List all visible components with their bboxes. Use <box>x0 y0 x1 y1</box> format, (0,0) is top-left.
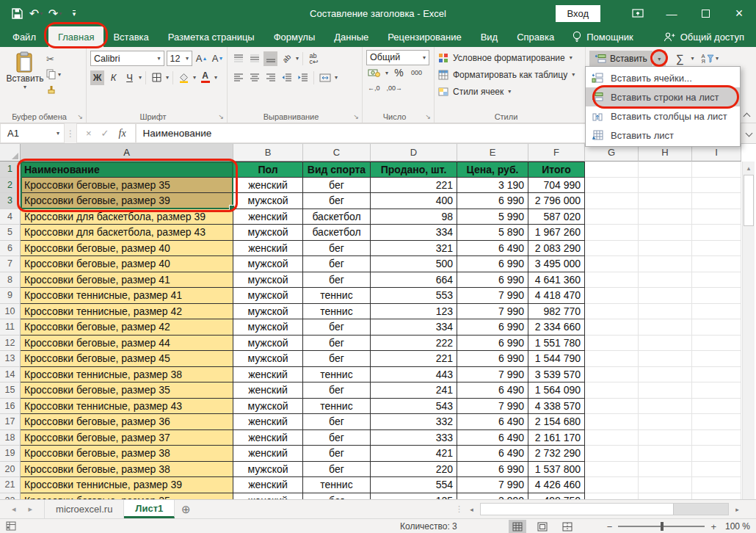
decrease-decimal-icon[interactable]: ,00→ <box>385 81 404 95</box>
cell-F7[interactable]: 3 495 000 <box>528 256 585 272</box>
cell-G19[interactable] <box>585 446 639 462</box>
cell-D22[interactable]: 125 <box>371 493 457 500</box>
shrink-font-button[interactable]: А▼ <box>211 51 225 66</box>
cell-B19[interactable]: женский <box>233 446 303 462</box>
cell-E5[interactable]: 5 890 <box>457 225 528 241</box>
close-button[interactable]: × <box>722 0 756 26</box>
cell-C17[interactable]: бег <box>303 414 371 430</box>
zoom-in-icon[interactable]: + <box>710 521 716 532</box>
cell-A19[interactable]: Кроссовки беговые, размер 38 <box>21 446 233 462</box>
cell-A9[interactable]: Кроссовки теннисные, размер 41 <box>21 288 233 304</box>
cell-C9[interactable]: теннис <box>303 288 371 304</box>
name-box[interactable]: A1 ▾ <box>0 123 65 143</box>
share-button[interactable]: Общий доступ <box>651 26 756 47</box>
cell-I9[interactable] <box>692 288 741 304</box>
cell-E14[interactable]: 7 990 <box>457 367 528 383</box>
cell-I20[interactable] <box>692 462 741 478</box>
cell-F22[interactable]: 498 750 <box>528 493 585 500</box>
cell-I15[interactable] <box>692 382 741 399</box>
cell-H4[interactable] <box>639 209 692 225</box>
fill-color-button[interactable] <box>177 70 191 85</box>
row-header-14[interactable]: 14 <box>0 367 21 383</box>
cell-B14[interactable]: женский <box>233 367 303 383</box>
row-header-4[interactable]: 4 <box>0 209 21 225</box>
cell-I3[interactable] <box>692 193 741 209</box>
tab-Разметка страницы[interactable]: Разметка страницы <box>159 26 264 47</box>
cell-F16[interactable]: 4 338 570 <box>528 399 585 415</box>
cell-C1[interactable]: Вид спорта <box>303 162 371 178</box>
cell-C16[interactable]: теннис <box>303 399 371 415</box>
row-header-16[interactable]: 16 <box>0 399 21 415</box>
cell-D16[interactable]: 543 <box>371 399 457 415</box>
insert-function-icon[interactable]: fx <box>119 128 126 139</box>
cell-A17[interactable]: Кроссовки беговые, размер 36 <box>21 414 233 430</box>
select-all-corner[interactable] <box>0 144 21 162</box>
cell-F9[interactable]: 4 418 470 <box>528 288 585 304</box>
tab-Вид[interactable]: Вид <box>471 26 508 47</box>
row-header-8[interactable]: 8 <box>0 272 21 289</box>
cell-F20[interactable]: 1 537 800 <box>528 462 585 478</box>
cell-B7[interactable]: мужской <box>233 256 303 272</box>
number-dialog-launcher-icon[interactable]: ↘ <box>425 113 431 120</box>
cell-I17[interactable] <box>692 414 741 430</box>
percent-style-button[interactable]: % <box>392 65 406 80</box>
cell-E9[interactable]: 7 990 <box>457 288 528 304</box>
cell-C3[interactable]: бег <box>303 193 371 209</box>
cell-D8[interactable]: 664 <box>371 272 457 289</box>
cell-D13[interactable]: 221 <box>371 351 457 367</box>
cell-D7[interactable]: 500 <box>371 256 457 272</box>
cell-D2[interactable]: 221 <box>371 178 457 194</box>
cell-F1[interactable]: Итого <box>528 162 585 178</box>
conditional-formatting-button[interactable]: Условное форматирование▾ <box>438 51 583 65</box>
cell-I16[interactable] <box>692 399 741 415</box>
menu-item-insert-sheet[interactable]: Вставить лист <box>586 126 740 145</box>
cell-D12[interactable]: 222 <box>371 336 457 352</box>
vertical-scrollbar[interactable]: ▴ <box>742 162 755 499</box>
cell-B3[interactable]: мужской <box>233 193 303 209</box>
accounting-format-icon[interactable] <box>366 65 382 80</box>
cell-A18[interactable]: Кроссовки беговые, размер 37 <box>21 430 233 446</box>
cell-G16[interactable] <box>585 399 639 415</box>
cell-G7[interactable] <box>585 256 639 272</box>
cell-C18[interactable]: бег <box>303 430 371 446</box>
horizontal-scrollbar[interactable]: ⋮ ◂ ▸ <box>455 503 743 515</box>
ribbon-display-options-icon[interactable] <box>621 0 655 26</box>
cell-A5[interactable]: Кроссовки для баскетбола, размер 43 <box>21 225 233 241</box>
cell-B22[interactable]: женский <box>233 493 303 500</box>
scroll-up-icon[interactable]: ▴ <box>743 162 755 174</box>
clipboard-dialog-launcher-icon[interactable]: ↘ <box>77 113 83 120</box>
cell-E3[interactable]: 6 990 <box>457 193 528 209</box>
wrap-text-button[interactable]: abc↩ <box>307 51 321 66</box>
cell-A10[interactable]: Кроссовки теннисные, размер 42 <box>21 304 233 320</box>
cell-H3[interactable] <box>639 193 692 209</box>
cell-B5[interactable]: мужской <box>233 225 303 241</box>
cell-I1[interactable] <box>692 162 741 178</box>
cell-E22[interactable]: 3 990 <box>457 493 528 500</box>
menu-item-insert-rows[interactable]: Вставить строки на лист <box>586 87 740 106</box>
cell-E20[interactable]: 6 990 <box>457 462 528 478</box>
cell-F8[interactable]: 4 641 360 <box>528 272 585 289</box>
orientation-button[interactable]: ab <box>280 51 294 66</box>
save-icon[interactable] <box>9 4 25 23</box>
cell-A16[interactable]: Кроссовки теннисные, размер 43 <box>21 399 233 415</box>
cell-I19[interactable] <box>692 446 741 462</box>
cell-D20[interactable]: 220 <box>371 462 457 478</box>
cell-E18[interactable]: 6 490 <box>457 430 528 446</box>
cell-H16[interactable] <box>639 399 692 415</box>
cell-B9[interactable]: мужской <box>233 288 303 304</box>
cell-I6[interactable] <box>692 241 741 257</box>
row-header-17[interactable]: 17 <box>0 414 21 430</box>
cell-G11[interactable] <box>585 319 639 336</box>
normal-view-icon[interactable] <box>509 520 526 533</box>
column-header-B[interactable]: B <box>233 144 303 162</box>
row-header-10[interactable]: 10 <box>0 304 21 320</box>
cell-A14[interactable]: Кроссовки теннисные, размер 38 <box>21 367 233 383</box>
cell-A20[interactable]: Кроссовки беговые, размер 38 <box>21 462 233 478</box>
cell-C4[interactable]: баскетбол <box>303 209 371 225</box>
merge-center-button[interactable] <box>318 70 332 85</box>
cell-D1[interactable]: Продано, шт. <box>371 162 457 178</box>
cell-G12[interactable] <box>585 336 639 352</box>
cell-styles-button[interactable]: Стили ячеек▾ <box>438 84 583 98</box>
row-header-18[interactable]: 18 <box>0 430 21 446</box>
insert-button[interactable]: Вставить <box>589 51 653 67</box>
